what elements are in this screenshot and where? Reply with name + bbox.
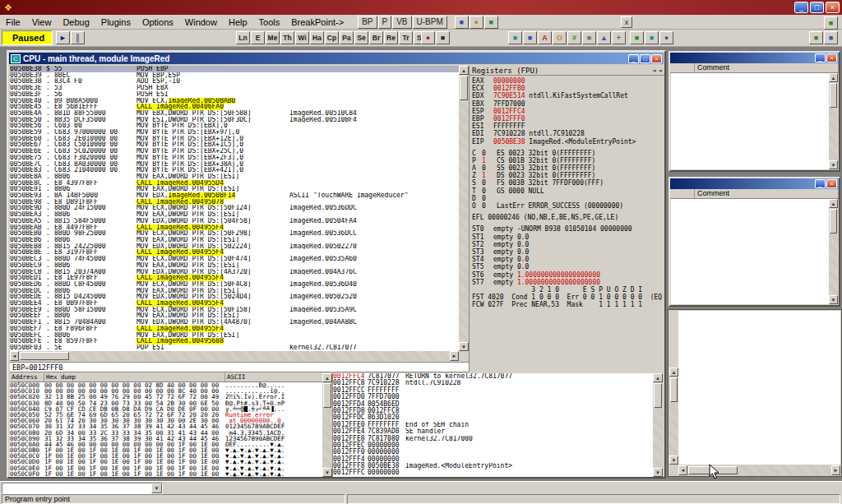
minimize-button[interactable]: _ (794, 2, 808, 13)
scroll-track[interactable] (19, 351, 450, 361)
command-combobox[interactable]: ▼ (2, 483, 163, 494)
scroll-right-icon[interactable]: ► (450, 351, 459, 361)
disasm-row[interactable]: 0050BE59.C683 97000000 00MOV BYTE PTR DS… (10, 129, 459, 136)
window-button-th[interactable]: Th (280, 31, 294, 44)
scroll-track[interactable] (322, 382, 332, 468)
scroll-thumb[interactable] (460, 76, 468, 100)
menu-item-file[interactable]: File (0, 16, 26, 28)
scroll-up-icon[interactable]: ▲ (829, 199, 838, 208)
stack-pane[interactable]: 0012FFC47C817077RETURN to kernel32.7C817… (332, 373, 653, 477)
disasm-row[interactable]: 0050BE98.E8 DB91F8FFCALL ImageRed.004950… (10, 199, 459, 206)
toolbar-icon-mid-0[interactable]: ● (421, 31, 435, 44)
scroll-thumb[interactable] (670, 377, 678, 402)
disasm-row[interactable]: 0050BEDE.8B15 D4245000MOV EDX,DWORD PTR … (10, 294, 459, 300)
toolbar-icon-mid-1[interactable]: ■ (436, 31, 450, 44)
dump-row[interactable]: 0050C07030 31 32 33 34 35 36 37 38 39 41… (10, 423, 322, 429)
scroll-track[interactable] (669, 377, 678, 455)
scroll-thumb[interactable] (323, 383, 331, 408)
disasm-row[interactable]: 0050BE3B.83C4 F0ADD ESP,-10 (10, 78, 459, 85)
side-window-2-vscrollbar[interactable]: ▲▼ (829, 199, 838, 304)
scroll-down-icon[interactable]: ▼ (669, 455, 678, 465)
toolbar-icon-right-3[interactable]: O (553, 31, 567, 44)
disasm-row[interactable]: 0050BE7C.C683 8A030000 00MOV BYTE PTR DS… (10, 161, 459, 168)
side-window-1-body[interactable] (671, 73, 829, 169)
registers-next-icon[interactable]: ◄ (659, 67, 662, 74)
scroll-down-icon[interactable]: ▼ (653, 468, 663, 477)
toolbar-icon-right-0[interactable]: ■ (508, 31, 522, 44)
disasm-row[interactable]: 0050BEA3.8B06MOV EAX,DWORD PTR DS:[ESI] (10, 211, 459, 218)
scroll-left-icon[interactable]: ◄ (678, 465, 687, 475)
toolbar-icon-far-1[interactable]: ■ (645, 31, 659, 44)
toolbar-icon-corner-0[interactable]: ■ (809, 31, 823, 44)
scroll-up-icon[interactable]: ▲ (322, 373, 332, 382)
disassembly-pane[interactable]: 0050BE38$55PUSH EBP0050BE39.8BECMOV EBP,… (10, 66, 459, 351)
scroll-left-icon[interactable]: ◄ (10, 351, 19, 361)
disasm-row[interactable]: 0050BE91.8B06MOV EAX,DWORD PTR DS:[ESI] (10, 186, 459, 192)
scroll-down-icon[interactable]: ▼ (459, 342, 469, 351)
dump-row[interactable]: 0050C06020 61 74 20 30 30 30 30 30 30 30… (10, 418, 322, 423)
disasm-row[interactable]: 0050BEB6.8B06MOV EAX,DWORD PTR DS:[ESI] (10, 237, 459, 243)
side-window-2-close-button[interactable]: × (826, 179, 837, 188)
window-button-br[interactable]: Br (369, 31, 383, 44)
menu-item-breakpoint[interactable]: BreakPoint-> (285, 16, 349, 28)
rebar-close-button[interactable]: x (621, 16, 632, 28)
window-button-ha[interactable]: Ha (310, 31, 324, 44)
disasm-row[interactable]: 0050BEB0.8B0D 98F25000MOV ECX,DWORD PTR … (10, 230, 459, 237)
toolbar-icon-far-0[interactable]: ■ (630, 31, 644, 44)
dump-row[interactable]: 0050C0A044 45 46 00 00 00 00 00 00 00 00… (10, 442, 322, 447)
dump-row[interactable]: 0050C0D01F 00 1E 00 1F 00 1E 00 1F 00 1E… (10, 459, 322, 465)
scroll-down-icon[interactable]: ▼ (829, 295, 838, 304)
disasm-row[interactable]: 0050BECB.8B15 20374A00MOV EDX,DWORD PTR … (10, 269, 459, 275)
scroll-thumb[interactable] (654, 383, 662, 408)
maximize-button[interactable]: □ (810, 2, 824, 13)
disasm-row[interactable]: 0050BEFC.8B06MOV EAX,DWORD PTR DS:[ESI] (10, 332, 459, 339)
scroll-track[interactable] (459, 75, 469, 342)
scroll-up-icon[interactable]: ▲ (653, 373, 663, 382)
breakpoint-button-vb[interactable]: VB (392, 16, 411, 29)
registers-prev-icon[interactable]: ◄ (653, 67, 656, 74)
disasm-row[interactable]: 0050BEAB.E8 4497F8FFCALL ImageRed.004955… (10, 224, 459, 231)
breakpoint-button-u-bpm[interactable]: U-BPM (413, 16, 447, 29)
side-window-3-hscrollbar[interactable]: ◄► (678, 465, 840, 475)
disasm-row[interactable]: 0050BE6E.C683 5C020000 00MOV BYTE PTR DS… (10, 148, 459, 155)
scroll-track[interactable] (829, 208, 838, 295)
scroll-down-icon[interactable]: ▼ (322, 468, 332, 477)
window-button-wi[interactable]: Wi (295, 31, 309, 44)
disasm-row[interactable]: 0050BED6.8B0D C8F45000MOV ECX,DWORD PTR … (10, 281, 459, 288)
scroll-up-icon[interactable]: ▲ (669, 368, 678, 377)
disasm-row[interactable]: 0050BE8C.E8 4397F8FFCALL ImageRed.004955… (10, 180, 459, 187)
window-titlebar[interactable]: ❖ _ □ × (0, 0, 842, 15)
disasm-row[interactable]: 0050BE8A.8B06MOV EAX,DWORD PTR DS:[ESI] (10, 173, 459, 180)
disasm-row[interactable]: 0050BE3F.56PUSH ESI (10, 91, 459, 98)
disasm-row[interactable]: 0050BE75.C683 F3020000 00MOV BYTE PTR DS… (10, 155, 459, 161)
toolbar-icon-right-2[interactable]: A (538, 31, 552, 44)
window-button-me[interactable]: Me (266, 31, 280, 44)
scroll-track[interactable] (653, 382, 663, 468)
disasm-row[interactable]: 0050BE3E.53PUSH EBX (10, 85, 459, 91)
disasm-row[interactable]: 0050BEC3.8B0D 74F45000MOV ECX,DWORD PTR … (10, 256, 459, 262)
scroll-up-icon[interactable]: ▲ (459, 66, 469, 75)
dump-vscrollbar[interactable]: ▲▼ (322, 373, 332, 477)
disasm-row[interactable]: 0050BEE9.8B0D 58F15000MOV ECX,DWORD PTR … (10, 307, 459, 313)
disasm-row[interactable]: 0050BEEF.8B06MOV EAX,DWORD PTR DS:[ESI] (10, 312, 459, 319)
disasm-row[interactable]: 0050BE45.E8 56B1EFFFCALL ImageRed.00406F… (10, 104, 459, 110)
toolbar-icon-corner-1[interactable]: ■ (824, 31, 838, 44)
scroll-thumb[interactable] (20, 352, 69, 360)
disasm-row[interactable]: 0050BED1.E8 1E97F8FFCALL ImageRed.004955… (10, 275, 459, 281)
window-button-re[interactable]: Re (384, 31, 398, 44)
disasm-row[interactable]: 0050BE38$55PUSH EBP (10, 66, 459, 72)
side-window-1-vscrollbar[interactable]: ▲▼ (829, 73, 838, 169)
dump-row[interactable]: 0050C0B01F 00 1E 00 1F 00 1E 00 1F 00 1E… (10, 447, 322, 453)
disasm-row[interactable]: 0050BE4A.8B1D 88F55000MOV EBX,DWORD PTR … (10, 110, 459, 117)
scroll-track[interactable] (829, 82, 838, 160)
window-button-tr[interactable]: Tr (399, 31, 413, 44)
cpu-close-button[interactable]: × (651, 54, 662, 63)
disasm-row[interactable]: 0050BEF1.8B15 70484A00MOV EDX,DWORD PTR … (10, 319, 459, 326)
disasm-row[interactable]: 0050BF03.5EPOP ESIkernel32.7C817077 (10, 344, 459, 351)
dump-row[interactable]: 0050C0E01F 00 1E 00 1F 00 1E 00 1F 00 1E… (10, 465, 322, 471)
dump-row[interactable]: 0050C01000 00 00 00 00 00 00 00 00 00 00… (10, 388, 322, 394)
window-button-se[interactable]: Se (354, 31, 368, 44)
menubar-corner-grid-icon[interactable]: ■ (824, 16, 838, 30)
scroll-up-icon[interactable]: ▲ (829, 73, 838, 82)
close-button[interactable]: × (826, 2, 840, 13)
